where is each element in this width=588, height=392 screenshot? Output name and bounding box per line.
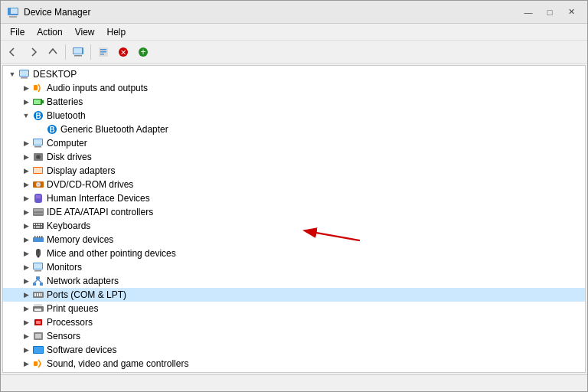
expand-ide[interactable]: ▶ [20,206,32,218]
hid-icon [32,192,44,204]
audio-icon [32,82,44,94]
svg-rect-47 [36,227,40,228]
tree-item-batteries[interactable]: ▶ Batteries [3,95,585,109]
svg-rect-58 [34,270,41,272]
tree-item-storage[interactable]: ▶ Storage controllers [3,371,585,373]
svg-rect-43 [36,224,38,225]
back-button[interactable] [4,43,22,61]
title-controls: — □ ✕ [518,5,581,20]
maximize-button[interactable]: □ [540,5,560,20]
expand-sensors[interactable]: ▶ [20,330,32,342]
tree-item-bluetooth[interactable]: ▼ B Bluetooth [3,109,585,122]
ports-label: Ports (COM & LPT) [47,289,126,300]
svg-rect-60 [36,276,40,279]
tree-item-ide[interactable]: ▶ IDE ATA/ATAPI controllers [3,205,585,219]
tree-item-disk[interactable]: ▶ Disk drives [3,150,585,164]
expand-display[interactable]: ▶ [20,165,32,177]
toolbar: ✕ + [1,41,587,64]
menu-action[interactable]: Action [31,25,68,39]
tree-item-processors[interactable]: ▶ Processors [3,315,585,329]
svg-rect-39 [34,209,43,211]
svg-rect-5 [74,48,82,54]
expand-computer[interactable]: ▶ [20,137,32,149]
svg-rect-37 [36,195,41,198]
svg-point-56 [38,256,40,258]
software-icon [32,344,44,356]
tree-item-sensors[interactable]: ▶ Sensors [3,329,585,343]
expand-monitors[interactable]: ▶ [20,261,32,273]
svg-rect-50 [34,236,36,238]
tree-item-desktop[interactable]: ▼ DESKTOP [3,67,585,81]
expand-batteries[interactable]: ▶ [20,96,32,108]
expand-software[interactable]: ▶ [20,344,32,356]
tree-item-dvd[interactable]: ▶ DVD/CD-ROM drives [3,178,585,191]
svg-rect-46 [34,227,35,228]
minimize-button[interactable]: — [518,5,538,20]
processors-icon [32,316,44,328]
svg-rect-19 [42,100,44,103]
expand-dvd[interactable]: ▶ [20,178,32,191]
tree-item-sound[interactable]: ▶ Sound, video and game controllers [3,357,585,371]
tree-panel[interactable]: ▼ DESKTOP ▶ [2,65,586,373]
desktop-icon [18,68,31,80]
expand-print[interactable]: ▶ [20,302,32,315]
tree-item-audio[interactable]: ▶ Audio inputs and outputs [3,81,585,95]
expand-disk[interactable]: ▶ [20,151,32,163]
svg-rect-9 [100,54,104,55]
disk-icon [32,151,44,163]
tree-item-computer[interactable]: ▶ Computer [3,136,585,150]
tree-item-bluetooth-adapter[interactable]: ▶ B Generic Bluetooth Adapter [3,122,585,136]
expand-storage[interactable]: ▶ [20,371,32,373]
storage-label: Storage controllers [47,372,124,373]
expand-desktop[interactable]: ▼ [6,68,18,80]
expand-memory[interactable]: ▶ [20,234,32,246]
expand-mice[interactable]: ▶ [20,247,32,260]
tree-item-print[interactable]: ▶ Print queues [3,302,585,315]
forward-button[interactable] [24,43,42,61]
menu-view[interactable]: View [69,25,101,39]
expand-ports[interactable]: ▶ [20,289,32,301]
tree-item-mice[interactable]: ▶ Mice and other pointing devices [3,247,585,260]
close-button[interactable]: ✕ [561,5,581,20]
expand-audio[interactable]: ▶ [20,82,32,94]
update-driver-button[interactable] [94,43,113,61]
network-label: Network adapters [47,276,119,286]
up-icon [47,47,58,57]
uninstall-button[interactable]: ✕ [114,43,132,61]
display-label: Display adapters [47,165,115,176]
tree-item-hid[interactable]: ▶ Human Interface Devices [3,191,585,205]
expand-sound[interactable]: ▶ [20,358,32,370]
svg-rect-72 [34,309,41,311]
expand-hid[interactable]: ▶ [20,192,32,204]
expand-network[interactable]: ▶ [20,275,32,287]
mice-icon [32,247,44,260]
tree-item-ports[interactable]: ▶ Ports (COM & LPT) [3,288,585,302]
print-label: Print queues [47,303,98,314]
up-button[interactable] [44,43,62,61]
menu-file[interactable]: File [4,25,31,39]
svg-rect-26 [34,146,41,148]
tree-item-display[interactable]: ▶ Display adapters [3,164,585,178]
status-bar [1,374,587,391]
tree-item-memory[interactable]: ▶ Memory devices [3,233,585,247]
show-hidden-button[interactable] [69,43,87,61]
dvd-label: DVD/CD-ROM drives [47,179,133,190]
expand-bluetooth[interactable]: ▼ [20,109,32,122]
menu-bar: File Action View Help [1,24,587,41]
tree-item-software[interactable]: ▶ Software devices [3,343,585,357]
svg-rect-61 [33,283,36,286]
back-icon [8,47,18,57]
title-icon [7,6,19,18]
expand-processors[interactable]: ▶ [20,316,32,328]
print-icon [32,302,44,315]
display-icon [32,165,44,177]
tree-item-keyboards[interactable]: ▶ Keyboards [3,219,585,233]
scan-button[interactable]: + [134,43,152,61]
bluetooth-label: Bluetooth [47,110,86,121]
svg-rect-52 [39,236,41,238]
menu-help[interactable]: Help [101,25,132,39]
tree-item-network[interactable]: ▶ Network adapters [3,274,585,288]
expand-keyboards[interactable]: ▶ [20,220,32,232]
audio-label: Audio inputs and outputs [47,83,148,93]
tree-item-monitors[interactable]: ▶ Monitors [3,260,585,274]
